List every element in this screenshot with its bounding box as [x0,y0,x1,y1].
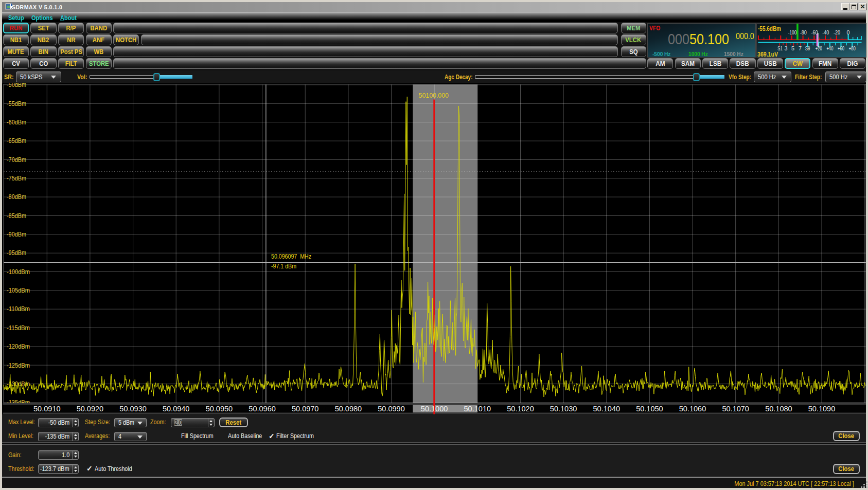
svg-text:7: 7 [799,45,802,51]
svg-text:50.1070: 50.1070 [722,405,749,413]
svg-text:S1: S1 [777,45,783,51]
svg-text:3: 3 [784,45,787,51]
svg-text:50.0980: 50.0980 [335,405,362,413]
svg-text:50.0960: 50.0960 [249,405,276,413]
svg-text:50.1000: 50.1000 [421,405,448,413]
svg-text:+80: +80 [848,45,855,51]
svg-text:5: 5 [791,45,794,51]
svg-text:-55dBm: -55dBm [7,100,26,107]
svg-text:50.0910: 50.0910 [33,405,61,413]
svg-text:50.1020: 50.1020 [507,405,534,413]
svg-text:-95dBm: -95dBm [7,249,26,257]
svg-text:50.1080: 50.1080 [765,405,792,413]
svg-text:-75dBm: -75dBm [7,175,26,182]
svg-text:50.0940: 50.0940 [163,405,190,413]
svg-text:369.1uV: 369.1uV [757,51,778,57]
svg-text:+20: +20 [815,45,822,51]
svg-text:50.0950: 50.0950 [206,405,233,413]
svg-text:-40: -40 [822,29,829,35]
svg-text:50.0930: 50.0930 [119,405,147,413]
svg-text:-60dBm: -60dBm [7,119,26,126]
svg-text:-20: -20 [833,29,840,35]
svg-text:50.0990: 50.0990 [378,405,405,413]
svg-text:-115dBm: -115dBm [7,324,30,332]
svg-text:-50dBm: -50dBm [7,83,26,88]
svg-text:50.0920: 50.0920 [77,405,104,413]
svg-text:-125dBm: -125dBm [7,362,30,369]
svg-text:+40: +40 [826,45,833,51]
svg-text:S9: S9 [805,45,810,51]
svg-text:50.1050: 50.1050 [636,405,663,413]
svg-text:50100.000: 50100.000 [419,92,449,99]
svg-text:-97.1 dBm: -97.1 dBm [271,262,296,270]
svg-text:-80dBm: -80dBm [7,193,26,201]
svg-text:-105dBm: -105dBm [7,287,30,294]
svg-text:50.1030: 50.1030 [550,405,577,413]
svg-text:-80: -80 [800,29,806,35]
svg-text:50.1090: 50.1090 [808,405,836,413]
svg-text:50.1040: 50.1040 [593,405,621,413]
svg-text:50.1060: 50.1060 [679,405,706,413]
svg-text:+60: +60 [838,45,844,51]
svg-text:-120dBm: -120dBm [7,343,30,350]
svg-text:-85dBm: -85dBm [7,212,26,220]
svg-text:-100: -100 [788,29,796,35]
svg-text:-100dBm: -100dBm [7,268,30,276]
svg-text:-65dBm: -65dBm [7,137,26,144]
svg-text:-90dBm: -90dBm [7,231,26,238]
svg-text:-110dBm: -110dBm [7,305,30,313]
svg-text:50.0970: 50.0970 [292,405,319,413]
svg-text:-60: -60 [811,29,818,35]
svg-text:-55.6dBm: -55.6dBm [758,25,781,32]
svg-text:50.096097 MHz: 50.096097 MHz [271,252,311,260]
svg-text:-70dBm: -70dBm [7,156,26,164]
svg-text:50.1010: 50.1010 [464,405,491,413]
svg-text:0: 0 [846,29,849,35]
